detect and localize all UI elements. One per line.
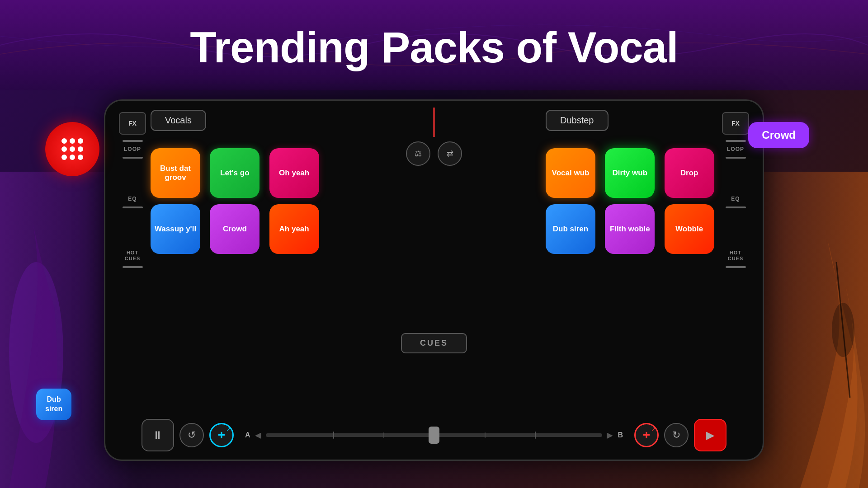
eq-panel-right: EQ xyxy=(720,196,751,210)
pad-bust-dat-groov[interactable]: Bust dat groov xyxy=(151,148,200,198)
pad-dirty-wub[interactable]: Dirty wub xyxy=(605,148,655,198)
vocals-pad-grid: Bust dat groov Let's go Oh yeah Wassup y… xyxy=(151,148,322,254)
loop-label-right: LOOP xyxy=(727,146,744,152)
pause-icon: ⏸ xyxy=(152,429,163,441)
pad-wassup-yll[interactable]: Wassup y'll xyxy=(151,204,200,254)
fx-slider-left[interactable] xyxy=(123,140,143,142)
pad-drop[interactable]: Drop xyxy=(665,148,714,198)
pad-vocal-wub[interactable]: Vocal wub xyxy=(546,148,595,198)
hotcues-slider-right[interactable] xyxy=(726,266,746,268)
tempo-area: A ◀ ▶ B xyxy=(241,430,627,440)
sync-button[interactable]: ↻ xyxy=(664,423,689,447)
fx-button-right[interactable]: FX xyxy=(722,112,749,135)
loop-slider-left[interactable] xyxy=(123,157,143,159)
pause-button[interactable]: ⏸ xyxy=(142,419,174,451)
pad-filth-woble[interactable]: Filth woble xyxy=(605,204,655,254)
transport-bar: ⏸ ↺ + ↗ A ◀ ▶ B + xyxy=(142,419,726,451)
cues-button[interactable]: CUES xyxy=(401,333,467,353)
dot-grid-icon xyxy=(60,136,85,162)
fx-panel-left: FX xyxy=(117,112,148,144)
eq-slider-right[interactable] xyxy=(726,206,746,208)
eq-label-right: EQ xyxy=(731,196,740,202)
add-cue-button-left[interactable]: + ↗ xyxy=(209,423,234,447)
waveform-marker xyxy=(434,108,435,137)
loop-panel-left: LOOP xyxy=(117,146,148,160)
dubstep-section: Dubstep Vocal wub Dirty wub Drop Dub sir… xyxy=(546,110,717,254)
add-cue-button-right[interactable]: + ↗ xyxy=(634,423,659,447)
hotcues-panel-right: HOTCUES xyxy=(720,250,751,270)
loop-panel-right: LOOP xyxy=(720,146,751,160)
dubstep-label: Dubstep xyxy=(546,110,609,131)
svg-point-2 xyxy=(832,303,854,357)
vocals-section: Vocals Bust dat groov Let's go Oh yeah W… xyxy=(151,110,322,254)
hotcues-label-right: HOTCUES xyxy=(728,250,744,262)
center-controls: ⚖ ⇄ xyxy=(406,141,462,166)
tempo-track[interactable] xyxy=(266,433,603,437)
dubstep-pad-grid: Vocal wub Dirty wub Drop Dub siren Filth… xyxy=(546,148,717,254)
app-launcher-button[interactable] xyxy=(45,122,99,176)
dub-siren-float-label: Dubsiren xyxy=(45,395,62,413)
eq-label-left: EQ xyxy=(128,196,137,202)
arrow-left-icon: ◀ xyxy=(255,430,261,440)
pad-ah-yeah[interactable]: Ah yeah xyxy=(269,204,319,254)
arrow-right-icon: ▶ xyxy=(607,430,613,440)
play-icon: ▶ xyxy=(706,429,714,441)
a-label: A xyxy=(245,431,250,439)
loop-slider-right[interactable] xyxy=(726,157,746,159)
hotcues-slider-left[interactable] xyxy=(123,266,143,268)
eq-slider-left[interactable] xyxy=(123,206,143,208)
hotcues-panel-left: HOTCUES xyxy=(117,250,148,270)
vocals-label: Vocals xyxy=(151,110,206,131)
dub-siren-float-button[interactable]: Dubsiren xyxy=(36,389,71,420)
fx-button-left[interactable]: FX xyxy=(119,112,146,135)
loop-label-left: LOOP xyxy=(124,146,141,152)
swap-button[interactable]: ⇄ xyxy=(438,141,462,166)
play-button[interactable]: ▶ xyxy=(694,419,726,451)
fx-slider-right[interactable] xyxy=(726,140,746,142)
eq-panel-left: EQ xyxy=(117,196,148,210)
b-label: B xyxy=(618,431,623,439)
controller-frame: FX FX LOOP LOOP EQ EQ HOTCUES HOTCUES Vo… xyxy=(104,99,764,461)
rewind-button[interactable]: ↺ xyxy=(179,423,204,447)
pad-lets-go[interactable]: Let's go xyxy=(210,148,259,198)
crowd-float-button[interactable]: Crowd xyxy=(748,122,809,148)
pad-oh-yeah[interactable]: Oh yeah xyxy=(269,148,319,198)
fx-panel-right: FX xyxy=(720,112,751,144)
mixer-button[interactable]: ⚖ xyxy=(406,141,430,166)
tempo-handle[interactable] xyxy=(429,427,439,444)
pad-crowd[interactable]: Crowd xyxy=(210,204,259,254)
hotcues-label-left: HOTCUES xyxy=(125,250,141,262)
page-title: Trending Packs of Vocal xyxy=(0,23,868,72)
pad-wobble[interactable]: Wobble xyxy=(665,204,714,254)
pad-dub-siren[interactable]: Dub siren xyxy=(546,204,595,254)
